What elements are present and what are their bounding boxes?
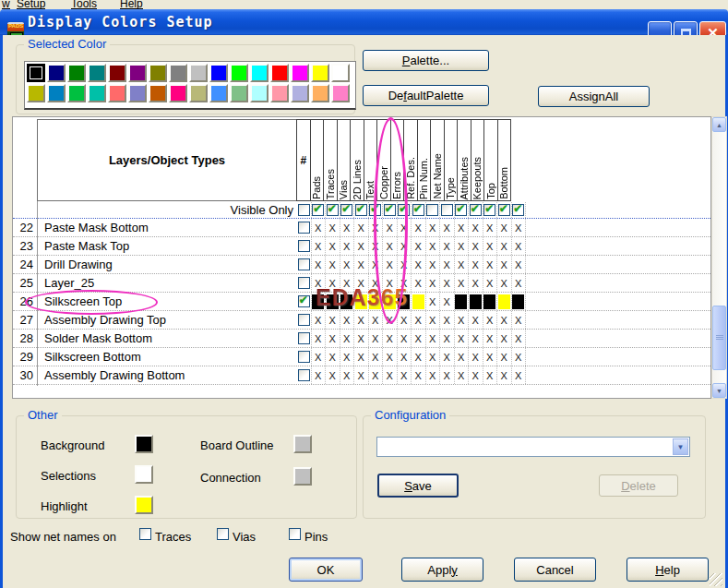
layer-color-cell[interactable]: X <box>512 311 527 329</box>
layer-color-cell[interactable]: X <box>326 330 340 347</box>
layer-color-cell[interactable]: X <box>383 219 398 236</box>
layer-color-cell[interactable]: X <box>412 311 426 329</box>
layer-color-cell[interactable]: X <box>426 366 441 384</box>
layer-enabled-cell[interactable] <box>297 274 312 292</box>
cancel-button[interactable]: Cancel <box>514 558 596 582</box>
palette-swatch[interactable] <box>88 64 106 82</box>
layer-color-cell[interactable]: X <box>497 348 512 366</box>
layer-color-cell[interactable]: X <box>440 348 455 366</box>
layer-color-cell[interactable]: X <box>398 219 412 236</box>
checkbox[interactable] <box>298 258 310 270</box>
layer-color-cell[interactable]: X <box>497 366 512 384</box>
palette-swatch[interactable] <box>250 84 269 102</box>
layer-color-cell[interactable]: X <box>398 311 412 329</box>
palette-swatch[interactable] <box>250 64 269 82</box>
net-names-checkbox-traces[interactable] <box>139 528 151 540</box>
layer-color-cell[interactable]: X <box>369 256 384 273</box>
layer-color-cell[interactable]: X <box>369 366 384 384</box>
layer-color-cell[interactable]: X <box>440 237 455 255</box>
checkbox[interactable] <box>369 204 381 216</box>
palette-swatch[interactable] <box>209 64 228 82</box>
palette-swatch[interactable] <box>149 84 167 102</box>
layer-color-cell[interactable]: X <box>455 219 470 236</box>
checkbox[interactable] <box>298 277 310 289</box>
layer-color-cell[interactable]: X <box>326 256 340 273</box>
palette-swatch[interactable] <box>128 84 147 102</box>
menu-item-tools[interactable]: Tools <box>71 0 97 9</box>
layer-color-cell[interactable]: X <box>440 311 455 329</box>
layer-color-cell[interactable]: X <box>483 274 498 292</box>
layer-color-cell[interactable]: X <box>469 366 483 384</box>
layer-color-cell[interactable]: X <box>497 256 512 273</box>
palette-swatch[interactable] <box>331 84 350 102</box>
layer-color-cell[interactable]: X <box>426 311 441 329</box>
palette-swatch[interactable] <box>291 84 309 102</box>
layer-color-cell[interactable]: X <box>340 219 355 236</box>
visible-only-cell[interactable] <box>412 202 426 218</box>
layer-color-cell[interactable]: X <box>469 330 483 347</box>
layer-color-cell[interactable]: X <box>383 256 398 273</box>
table-scrollbar[interactable]: ▲ ▼ <box>711 116 727 399</box>
layer-color-cell[interactable]: X <box>340 348 355 366</box>
layer-color-cell[interactable]: X <box>455 237 470 255</box>
layer-color-cell[interactable]: X <box>497 237 512 255</box>
title-bar[interactable]: Display Colors Setup ✕ <box>0 9 728 35</box>
layer-color-cell[interactable]: X <box>483 311 498 329</box>
layer-color-cell[interactable]: X <box>512 330 527 347</box>
checkbox[interactable] <box>298 204 310 216</box>
layer-color-cell[interactable]: X <box>412 219 426 236</box>
checkbox[interactable] <box>298 351 310 363</box>
palette-swatch[interactable] <box>311 64 329 82</box>
selections-color-swatch[interactable] <box>135 465 153 484</box>
palette-swatch[interactable] <box>108 64 126 82</box>
checkbox[interactable] <box>298 240 310 252</box>
palette-swatch[interactable] <box>47 84 66 102</box>
layer-color-cell[interactable] <box>512 293 527 310</box>
visible-only-cell[interactable] <box>440 202 455 218</box>
layer-color-cell[interactable]: X <box>312 348 327 366</box>
layer-color-cell[interactable]: X <box>455 366 470 384</box>
checkbox[interactable] <box>512 204 524 216</box>
layer-color-cell[interactable]: X <box>469 256 483 273</box>
visible-only-cell[interactable] <box>426 202 441 218</box>
layer-color-cell[interactable]: X <box>455 348 470 366</box>
layer-color-cell[interactable]: X <box>398 330 412 347</box>
visible-only-cell[interactable] <box>297 202 312 218</box>
palette-swatch[interactable] <box>67 84 86 102</box>
apply-button[interactable]: Apply <box>401 558 483 582</box>
visible-only-cell[interactable] <box>369 202 384 218</box>
palette-swatch[interactable] <box>27 64 45 82</box>
layer-enabled-cell[interactable] <box>297 348 312 366</box>
layer-name[interactable]: Drill Drawing <box>44 258 113 271</box>
layer-color-cell[interactable]: X <box>398 237 412 255</box>
layer-color-cell[interactable]: X <box>412 366 426 384</box>
layer-color-cell[interactable]: X <box>426 274 441 292</box>
layer-color-cell[interactable]: X <box>354 366 369 384</box>
save-button[interactable]: Save <box>377 474 459 498</box>
checkbox[interactable] <box>355 204 367 216</box>
checkbox[interactable] <box>298 369 310 381</box>
layer-enabled-cell[interactable] <box>297 311 312 329</box>
checkbox[interactable] <box>340 204 352 216</box>
layer-color-cell[interactable]: X <box>340 330 355 347</box>
checkbox[interactable] <box>426 204 438 216</box>
layer-color-cell[interactable]: X <box>369 219 384 236</box>
layer-color-cell[interactable]: X <box>312 366 327 384</box>
layer-color-cell[interactable]: X <box>455 256 470 273</box>
visible-only-cell[interactable] <box>354 202 369 218</box>
palette-swatch[interactable] <box>169 64 187 82</box>
layer-color-cell[interactable]: X <box>326 366 340 384</box>
layer-enabled-cell[interactable] <box>297 237 312 255</box>
layer-color-cell[interactable]: X <box>412 256 426 273</box>
visible-only-cell[interactable] <box>312 202 327 218</box>
palette-swatch[interactable] <box>230 84 248 102</box>
layer-color-cell[interactable]: X <box>440 293 455 310</box>
layer-color-cell[interactable]: X <box>426 219 441 236</box>
layer-name[interactable]: Silkscreen Top <box>44 294 122 308</box>
layer-color-cell[interactable] <box>412 293 426 310</box>
default-palette-button[interactable]: Default Palette <box>363 85 489 106</box>
checkbox[interactable] <box>327 204 339 216</box>
checkbox[interactable] <box>470 204 482 216</box>
layer-color-cell[interactable]: X <box>512 348 527 366</box>
visible-only-cell[interactable] <box>455 202 470 218</box>
